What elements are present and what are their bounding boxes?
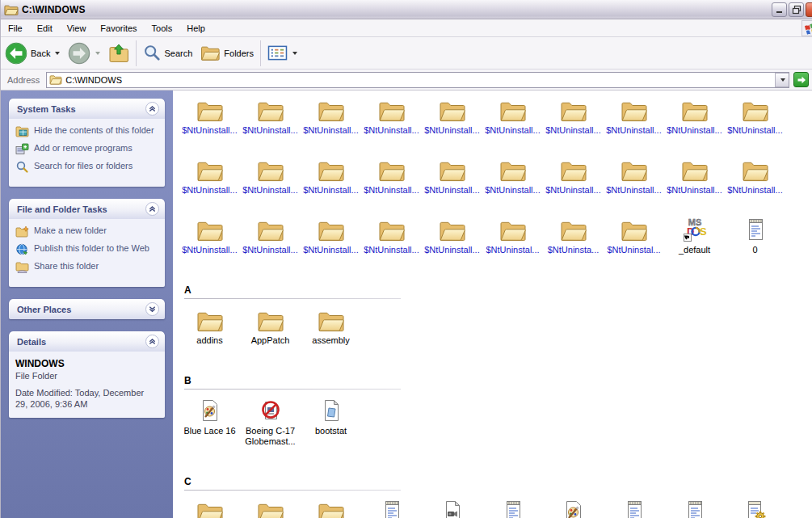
task-link[interactable]: Search for files or folders xyxy=(15,161,158,173)
text-doc-icon xyxy=(621,499,647,518)
file-item[interactable]: $NtUninstall... xyxy=(179,95,240,136)
file-item[interactable]: $NtUninstall... xyxy=(361,95,422,136)
folder-icon xyxy=(560,218,587,242)
file-item[interactable]: AppPatch xyxy=(240,305,301,346)
file-item[interactable] xyxy=(664,497,725,518)
paint-image-icon xyxy=(561,499,587,518)
file-item[interactable]: $NtUninstal... xyxy=(482,215,543,255)
file-item[interactable]: $NtUninstall... xyxy=(725,155,785,196)
task-link[interactable]: Make a new folder xyxy=(15,225,158,238)
file-item[interactable]: $NtUninsta... xyxy=(543,215,604,255)
file-item[interactable]: $NtUninstall... xyxy=(482,95,543,136)
menu-item-tools[interactable]: Tools xyxy=(145,21,180,36)
file-item[interactable]: $NtUninstall... xyxy=(725,95,785,136)
file-label: assembly xyxy=(301,335,361,346)
file-item[interactable]: 0 xyxy=(725,215,785,255)
file-item[interactable]: $NtUninstall... xyxy=(422,215,482,255)
file-label: bootstat xyxy=(301,426,361,436)
file-item[interactable] xyxy=(301,497,361,518)
file-item[interactable]: $NtUninstall... xyxy=(240,95,301,136)
search-button[interactable]: Search xyxy=(139,40,196,67)
file-item[interactable] xyxy=(422,497,482,518)
file-label: $NtUninstall... xyxy=(422,125,482,136)
folder-icon xyxy=(318,500,345,518)
file-item[interactable]: $NtUninstall... xyxy=(482,155,543,196)
task-link[interactable]: Publish this folder to the Web xyxy=(15,243,158,255)
file-label: $NtUninsta... xyxy=(543,245,604,255)
back-button[interactable]: Back xyxy=(1,40,64,67)
file-item[interactable]: $NtUninstall... xyxy=(543,155,604,196)
file-item[interactable] xyxy=(543,497,604,518)
collapse-button[interactable] xyxy=(145,202,159,216)
panel-header-other-places[interactable]: Other Places xyxy=(9,299,165,319)
go-button[interactable] xyxy=(793,72,809,87)
file-item[interactable] xyxy=(361,497,422,518)
file-item[interactable] xyxy=(179,497,240,518)
file-item[interactable] xyxy=(725,497,785,518)
menu-item-view[interactable]: View xyxy=(60,21,94,36)
forward-icon xyxy=(68,42,90,65)
folder-icon xyxy=(4,3,19,16)
menu-item-file[interactable]: File xyxy=(1,21,30,36)
file-item[interactable]: $NtUninstall... xyxy=(604,155,664,196)
file-item[interactable]: $NtUninstall... xyxy=(422,95,482,136)
panel-header-details[interactable]: Details xyxy=(9,331,165,352)
minimize-button[interactable] xyxy=(772,2,787,17)
menu-item-help[interactable]: Help xyxy=(179,21,212,36)
menu-item-favorites[interactable]: Favorites xyxy=(93,21,144,36)
back-dropdown-icon[interactable] xyxy=(55,52,60,55)
close-button[interactable] xyxy=(806,2,812,17)
file-item[interactable]: $NtUninstall... xyxy=(179,155,240,196)
address-input[interactable]: C:\WINDOWS xyxy=(46,72,789,88)
file-item[interactable]: $NtUninstall... xyxy=(361,155,422,196)
file-item[interactable]: Blue Lace 16 xyxy=(179,396,240,436)
folder-icon xyxy=(318,309,345,333)
file-item[interactable]: $NtUninstall... xyxy=(301,155,361,196)
panel-header-system-tasks[interactable]: System Tasks xyxy=(9,99,165,119)
file-item[interactable]: $NtUninstal... xyxy=(604,215,664,255)
file-item[interactable]: Boeing C-17 Globemast... xyxy=(240,396,301,447)
file-item[interactable]: $NtUninstall... xyxy=(664,155,725,196)
file-item[interactable]: _default xyxy=(664,215,725,255)
file-item[interactable]: $NtUninstall... xyxy=(301,95,361,136)
file-item[interactable] xyxy=(482,497,543,518)
file-item[interactable]: $NtUninstall... xyxy=(240,155,301,196)
collapse-button[interactable] xyxy=(145,335,159,348)
file-item[interactable]: $NtUninstall... xyxy=(301,215,361,255)
up-button[interactable] xyxy=(104,40,133,67)
forward-button[interactable] xyxy=(64,40,104,67)
task-label: Make a new folder xyxy=(34,225,107,236)
chevron-up-icon xyxy=(148,337,157,346)
file-item[interactable]: $NtUninstall... xyxy=(604,95,664,136)
file-item[interactable]: addins xyxy=(179,305,240,346)
file-item[interactable]: $NtUninstall... xyxy=(361,215,422,255)
panel-header-file-and-folder-tasks[interactable]: File and Folder Tasks xyxy=(9,199,165,219)
views-button[interactable] xyxy=(263,40,301,67)
file-item[interactable]: bootstat xyxy=(301,396,361,436)
address-dropdown-button[interactable] xyxy=(775,73,789,87)
file-item[interactable]: $NtUninstall... xyxy=(179,215,240,255)
file-item[interactable]: $NtUninstall... xyxy=(543,95,604,136)
panel-title: Other Places xyxy=(17,305,71,314)
folder-icon xyxy=(257,309,284,333)
views-dropdown-icon[interactable] xyxy=(292,52,297,55)
task-link[interactable]: Share this folder xyxy=(15,261,158,273)
task-link[interactable]: Hide the contents of this folder xyxy=(15,125,158,137)
folders-button[interactable]: Folders xyxy=(196,40,258,67)
folder-icon xyxy=(681,158,709,183)
file-list: $NtUninstall...$NtUninstall...$NtUninsta… xyxy=(173,91,812,518)
file-item[interactable]: $NtUninstall... xyxy=(240,215,301,255)
file-item[interactable] xyxy=(604,497,664,518)
task-label: Share this folder xyxy=(34,261,99,272)
file-item[interactable]: $NtUninstall... xyxy=(664,95,725,136)
file-item[interactable]: $NtUninstall... xyxy=(422,155,482,196)
file-item[interactable]: assembly xyxy=(301,305,361,346)
file-label: $NtUninstal... xyxy=(482,245,543,255)
expand-button[interactable] xyxy=(145,302,159,316)
collapse-button[interactable] xyxy=(145,102,159,116)
task-link[interactable]: Add or remove programs xyxy=(15,143,158,155)
menu-item-edit[interactable]: Edit xyxy=(30,21,60,36)
folder-icon xyxy=(318,218,345,242)
file-item[interactable] xyxy=(240,497,301,518)
maximize-button[interactable] xyxy=(789,2,804,17)
